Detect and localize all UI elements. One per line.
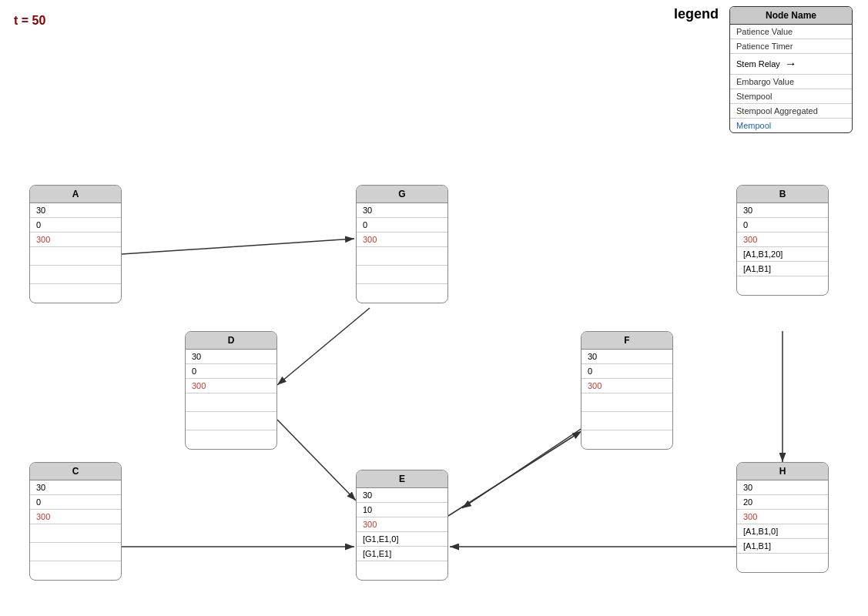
node-h-patience-timer: 20: [737, 495, 828, 510]
node-f-stempool: [581, 393, 672, 412]
node-d-stempool: [186, 393, 276, 412]
node-e-mempool: [357, 561, 447, 580]
node-e-patience-timer: 10: [357, 503, 447, 517]
node-d-header: D: [186, 332, 276, 350]
node-c-header: C: [30, 463, 121, 480]
legend-header: Node Name: [730, 7, 852, 25]
node-c-embargo: 300: [30, 510, 121, 524]
node-d-embargo: 300: [186, 379, 276, 393]
node-a-patience-value: 30: [30, 203, 121, 218]
node-g-patience-timer: 0: [357, 218, 447, 233]
legend-mempool: Mempool: [730, 119, 852, 132]
node-c-patience-value: 30: [30, 480, 121, 495]
legend-stem-relay-row: Stem Relay →: [730, 54, 852, 75]
node-e-header: E: [357, 470, 447, 488]
node-d: D 30 0 300: [185, 331, 277, 450]
node-g-header: G: [357, 186, 447, 203]
node-e-stempool: [G1,E1,0]: [357, 532, 447, 547]
node-f-stempool-agg: [581, 412, 672, 430]
node-e-stempool-agg: [G1,E1]: [357, 547, 447, 561]
stem-relay-label: Stem Relay: [736, 59, 780, 69]
node-h-stempool-agg: [A1,B1]: [737, 539, 828, 554]
arrow-g-to-d: [277, 308, 370, 385]
node-f-patience-value: 30: [581, 350, 672, 364]
node-g-embargo: 300: [357, 233, 447, 247]
node-g: G 30 0 300: [356, 185, 448, 303]
node-c-mempool: [30, 561, 121, 580]
node-g-mempool: [357, 284, 447, 303]
stem-relay-arrow: →: [785, 57, 797, 71]
node-c-stempool-agg: [30, 543, 121, 561]
node-g-stempool-agg: [357, 266, 447, 284]
node-d-stempool-agg: [186, 412, 276, 430]
node-b-mempool: [737, 276, 828, 295]
legend-container: legend Node Name Patience Value Patience…: [674, 6, 853, 133]
node-d-patience-timer: 0: [186, 364, 276, 379]
node-a: A 30 0 300: [29, 185, 122, 303]
node-b: B 30 0 300 [A1,B1,20] [A1,B1]: [736, 185, 829, 296]
legend-embargo: Embargo Value: [730, 75, 852, 89]
node-d-mempool: [186, 430, 276, 449]
node-g-patience-value: 30: [357, 203, 447, 218]
timestamp-label: t = 50: [14, 14, 45, 28]
arrow-a-to-g: [122, 239, 354, 254]
legend-title: legend: [674, 6, 719, 22]
arrow-d-to-e: [277, 420, 356, 500]
node-h-embargo: 300: [737, 510, 828, 524]
node-c: C 30 0 300: [29, 462, 122, 581]
node-f: F 30 0 300: [581, 331, 673, 450]
legend-box: Node Name Patience Value Patience Timer …: [729, 6, 853, 133]
legend-stempool-agg: Stempool Aggregated: [730, 104, 852, 119]
legend-patience-value: Patience Value: [730, 25, 852, 39]
legend-patience-timer: Patience Timer: [730, 39, 852, 54]
arrow-e-to-f: [448, 431, 581, 516]
node-c-stempool: [30, 524, 121, 543]
node-h-header: H: [737, 463, 828, 480]
node-f-patience-timer: 0: [581, 364, 672, 379]
node-f-header: F: [581, 332, 672, 350]
node-c-patience-timer: 0: [30, 495, 121, 510]
node-e-patience-value: 30: [357, 488, 447, 503]
node-a-stempool-agg: [30, 266, 121, 284]
node-b-header: B: [737, 186, 828, 203]
node-a-patience-timer: 0: [30, 218, 121, 233]
node-b-embargo: 300: [737, 233, 828, 247]
node-e: E 30 10 300 [G1,E1,0] [G1,E1]: [356, 470, 448, 581]
node-h-stempool: [A1,B1,0]: [737, 524, 828, 539]
node-a-stempool: [30, 247, 121, 266]
legend-stempool: Stempool: [730, 89, 852, 104]
node-h-patience-value: 30: [737, 480, 828, 495]
node-b-stempool-agg: [A1,B1]: [737, 262, 828, 276]
node-h: H 30 20 300 [A1,B1,0] [A1,B1]: [736, 462, 829, 573]
node-a-mempool: [30, 284, 121, 303]
node-b-stempool: [A1,B1,20]: [737, 247, 828, 262]
node-f-embargo: 300: [581, 379, 672, 393]
node-f-mempool: [581, 430, 672, 449]
node-a-header: A: [30, 186, 121, 203]
node-d-patience-value: 30: [186, 350, 276, 364]
node-b-patience-timer: 0: [737, 218, 828, 233]
node-g-stempool: [357, 247, 447, 266]
node-e-embargo: 300: [357, 517, 447, 532]
node-h-mempool: [737, 554, 828, 572]
arrow-f-to-e: [462, 416, 601, 508]
node-a-embargo: 300: [30, 233, 121, 247]
node-b-patience-value: 30: [737, 203, 828, 218]
